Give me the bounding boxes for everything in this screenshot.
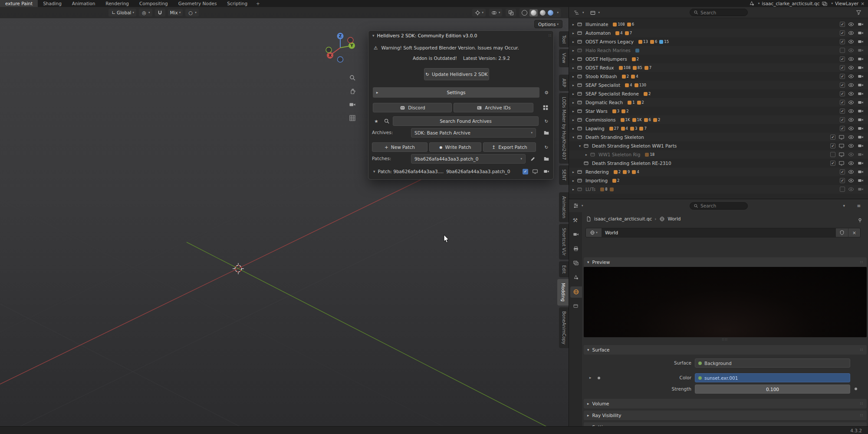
- shading-rendered-icon[interactable]: [548, 10, 553, 16]
- hide-eye-icon[interactable]: [848, 186, 855, 193]
- hide-eye-icon[interactable]: [848, 21, 855, 28]
- hide-eye-icon[interactable]: [848, 91, 855, 97]
- refresh-archives-icon[interactable]: ↻: [542, 117, 551, 125]
- outliner-row-halo-reach-marines[interactable]: ▸Halo Reach Marines: [569, 46, 868, 55]
- patch-render-camera-icon[interactable]: [542, 167, 551, 176]
- expand-arrow-icon[interactable]: ▸: [571, 127, 576, 131]
- hide-eye-icon[interactable]: [848, 143, 855, 149]
- exclude-checkbox[interactable]: [830, 152, 835, 157]
- filter-dropdown-icon[interactable]: ▾: [843, 204, 845, 208]
- expand-arrow-icon[interactable]: ▸: [571, 57, 576, 61]
- disable-render-camera-icon[interactable]: [858, 108, 864, 115]
- fake-user-shield-icon[interactable]: [836, 228, 848, 237]
- patch-expand-icon[interactable]: ▾: [373, 169, 375, 174]
- pivot-point-dropdown[interactable]: ◎▾: [139, 9, 152, 16]
- outliner-row-automaton[interactable]: ▸Automaton47: [569, 29, 868, 37]
- exclude-checkbox[interactable]: [840, 65, 845, 70]
- shading-dropdown-icon[interactable]: ▾: [557, 11, 559, 14]
- outliner-row-lapwing[interactable]: ▸Lapwing27437: [569, 124, 868, 133]
- sidebar-tab-sent[interactable]: SENT: [559, 165, 569, 184]
- xray-toggle[interactable]: [506, 9, 516, 16]
- snap-toggle[interactable]: [155, 9, 165, 16]
- shading-wireframe-icon[interactable]: [522, 10, 527, 16]
- disable-render-camera-icon[interactable]: [858, 56, 864, 62]
- outliner-row-dogmatic-reach[interactable]: ▸Dogmatic Reach12: [569, 98, 868, 107]
- patch-enable-checkbox[interactable]: ✓: [523, 169, 528, 174]
- preview-resize-handle[interactable]: ∷∷: [582, 338, 868, 342]
- hide-eye-icon[interactable]: [848, 169, 855, 175]
- display-mode-dropdown-icon[interactable]: ▾: [582, 11, 584, 14]
- expand-arrow-icon[interactable]: ▸: [571, 101, 576, 105]
- expand-arrow-icon[interactable]: ▸: [571, 40, 576, 44]
- hide-eye-icon[interactable]: [848, 134, 855, 141]
- archive-ids-button[interactable]: Archive IDs: [454, 103, 533, 112]
- workspace-tab-animation[interactable]: Animation: [67, 0, 101, 7]
- disable-render-camera-icon[interactable]: [858, 186, 864, 193]
- sidebar-tab-edit[interactable]: Edit: [559, 261, 569, 277]
- hide-eye-icon[interactable]: [848, 30, 855, 36]
- filter-mode-dropdown-icon[interactable]: ▾: [598, 11, 600, 14]
- add-workspace-button[interactable]: +: [253, 1, 263, 6]
- expand-arrow-icon[interactable]: ▾: [577, 144, 582, 148]
- update-sdk-button[interactable]: ↻ Update Helldivers 2 SDK: [424, 68, 489, 80]
- ray-visibility-section-header[interactable]: ▸Ray Visibility∷: [584, 411, 867, 420]
- camera-view-icon[interactable]: [348, 100, 357, 109]
- exclude-checkbox[interactable]: [840, 91, 845, 96]
- panel-collapse-icon[interactable]: ▾: [372, 33, 375, 38]
- strength-keyframe-dot-icon[interactable]: [855, 388, 857, 390]
- archives-dropdown[interactable]: SDK: Base Patch Archive▾: [411, 128, 536, 138]
- expand-arrow-icon[interactable]: ▸: [571, 179, 576, 183]
- properties-tab-collection[interactable]: [570, 301, 582, 312]
- exclude-checkbox[interactable]: [830, 135, 835, 140]
- outliner-row-odst-redux[interactable]: ▸ODST Redux108857: [569, 63, 868, 72]
- gizmo-neg-z-axis[interactable]: [338, 57, 343, 62]
- expand-arrow-icon[interactable]: ▸: [571, 31, 576, 35]
- properties-tab-scene[interactable]: [570, 272, 582, 283]
- exclude-checkbox[interactable]: [840, 178, 845, 183]
- disable-render-camera-icon[interactable]: [858, 82, 864, 89]
- remove-view-layer-icon[interactable]: ×: [861, 1, 865, 6]
- properties-tab-tool[interactable]: ⚒: [570, 215, 582, 226]
- color-texture-field[interactable]: sunset.exr.001: [695, 373, 850, 382]
- outliner-row-importing[interactable]: ▸Importing2: [569, 176, 868, 185]
- overlays-dropdown[interactable]: ▾: [489, 9, 503, 16]
- patches-dropdown[interactable]: 9ba626afa44a3aa3.patch_0▾: [411, 154, 526, 164]
- rename-patch-icon[interactable]: [528, 155, 537, 163]
- disable-viewport-monitor-icon[interactable]: [838, 160, 845, 167]
- scene-icon[interactable]: [749, 0, 755, 7]
- blend-mode-dropdown[interactable]: Mix▾: [168, 9, 183, 16]
- disable-viewport-monitor-icon[interactable]: [838, 143, 845, 149]
- exclude-checkbox[interactable]: [830, 143, 835, 148]
- sidebar-tab-lods-maker-by-huykhoi2407[interactable]: LODs Maker by HuyKhoi2407: [559, 93, 569, 164]
- sidebar-tab-shortcut-vur[interactable]: Shortcut VUr: [559, 224, 569, 260]
- exclude-checkbox[interactable]: [840, 169, 845, 174]
- exclude-checkbox[interactable]: [840, 56, 845, 62]
- hide-eye-icon[interactable]: [848, 99, 855, 106]
- pin-icon[interactable]: [855, 216, 864, 224]
- disable-render-camera-icon[interactable]: [858, 117, 864, 123]
- patch-visibility-monitor-icon[interactable]: [531, 167, 539, 176]
- properties-tab-output[interactable]: [570, 243, 582, 255]
- strength-slider[interactable]: 0.100: [695, 385, 850, 394]
- properties-tab-view-layer[interactable]: [570, 258, 582, 269]
- filter-funnel-icon[interactable]: [854, 8, 863, 17]
- exclude-checkbox[interactable]: [840, 100, 845, 105]
- expand-arrow-icon[interactable]: ▸: [571, 23, 576, 26]
- hide-eye-icon[interactable]: [848, 178, 855, 184]
- sidebar-tab-arp[interactable]: ARP: [559, 75, 569, 91]
- new-patch-button[interactable]: +New Patch: [372, 142, 427, 152]
- open-archive-folder-icon[interactable]: [542, 128, 551, 137]
- outliner-row-seaf-specialist[interactable]: ▸SEAF Specialist4130: [569, 81, 868, 89]
- breadcrumb-item[interactable]: World: [667, 216, 681, 221]
- expand-arrow-icon[interactable]: ▸: [571, 75, 576, 79]
- discord-button[interactable]: Discord: [373, 103, 452, 112]
- workspace-tab-geometry-nodes[interactable]: Geometry Nodes: [173, 0, 222, 7]
- reload-patches-icon[interactable]: ↻: [542, 143, 551, 151]
- hide-eye-icon[interactable]: [848, 39, 855, 45]
- hide-eye-icon[interactable]: [848, 73, 855, 80]
- search-icon[interactable]: [382, 117, 391, 125]
- patch-folder-icon[interactable]: [542, 155, 551, 163]
- gizmo-neg-y-axis[interactable]: [326, 47, 332, 53]
- settings-wrench-icon[interactable]: ⚙: [542, 88, 551, 97]
- exclude-checkbox[interactable]: [840, 187, 845, 192]
